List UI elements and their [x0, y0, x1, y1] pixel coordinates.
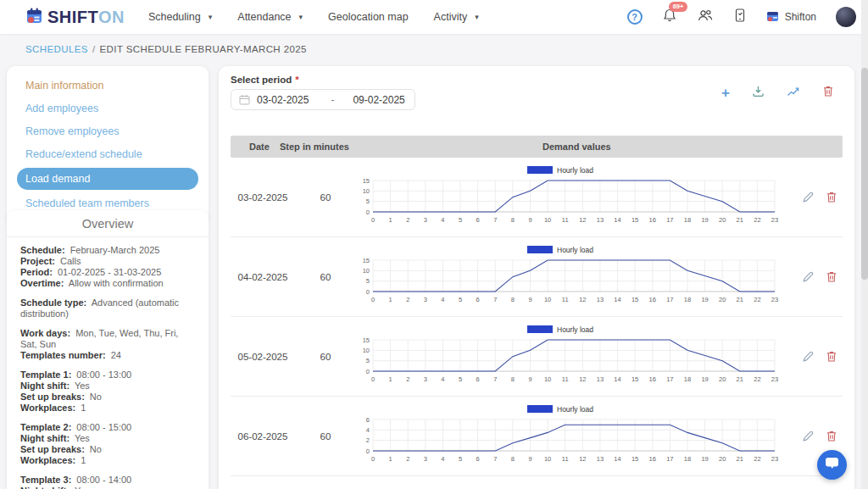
svg-text:16: 16 [649, 296, 656, 303]
row-actions [780, 350, 843, 363]
select-period-label: Select period* [231, 75, 299, 85]
svg-text:19: 19 [701, 216, 708, 224]
svg-text:0: 0 [366, 287, 370, 295]
svg-text:5: 5 [459, 216, 462, 224]
nav-menu-attendance[interactable]: Attendance▾ [237, 11, 303, 23]
overview-group: Template 1: 08:00 - 13:00Night shift: Ye… [20, 370, 195, 414]
period-to-value[interactable]: 09-02-2025 [353, 94, 404, 106]
trash-icon [826, 270, 837, 283]
chat-bubble-icon [825, 457, 839, 473]
chat-widget-button[interactable] [817, 450, 847, 480]
svg-text:4: 4 [366, 425, 370, 433]
svg-text:10: 10 [363, 186, 370, 194]
chevron-down-icon: ▾ [209, 13, 213, 21]
svg-text:4: 4 [441, 216, 444, 224]
svg-text:1: 1 [389, 375, 392, 383]
svg-text:15: 15 [363, 336, 370, 343]
demand-row-03-02-2025: 03-02-202560Hourly load05101501234567891… [231, 158, 843, 237]
forecast-button[interactable] [787, 86, 800, 101]
trend-chart-icon [787, 86, 800, 101]
svg-text:13: 13 [597, 375, 604, 383]
svg-text:22: 22 [754, 455, 760, 463]
svg-text:12: 12 [579, 455, 586, 463]
logo-wordmark: SHIFTON [47, 8, 125, 27]
sidebar-item-load-demand[interactable]: Load demand [17, 168, 198, 190]
user-avatar[interactable] [836, 7, 856, 27]
row-chart-cell: Hourly load05101501234567891011121314151… [356, 243, 780, 311]
svg-text:15: 15 [632, 455, 638, 463]
nav-menu-scheduling[interactable]: Scheduling▾ [148, 11, 212, 23]
svg-text:8: 8 [511, 216, 515, 224]
overview-line: Night shift: Yes [20, 433, 195, 444]
delete-row-button[interactable] [826, 191, 837, 203]
company-selector[interactable]: Shifton [766, 9, 816, 25]
notification-badge: 69+ [669, 2, 688, 12]
period-date-range-input[interactable]: 03-02-2025 - 09-02-2025 [231, 89, 415, 110]
svg-text:0: 0 [371, 216, 375, 224]
svg-text:18: 18 [684, 375, 691, 383]
breadcrumb-schedules-link[interactable]: SCHEDULES [25, 44, 88, 54]
trash-icon [822, 85, 834, 101]
svg-text:4: 4 [441, 375, 444, 383]
edit-row-button[interactable] [802, 350, 815, 363]
svg-text:0: 0 [366, 208, 370, 215]
nav-menu-activity[interactable]: Activity▾ [434, 11, 479, 23]
svg-text:9: 9 [528, 296, 531, 303]
add-demand-button[interactable]: + [721, 87, 730, 99]
svg-text:7: 7 [493, 296, 497, 303]
svg-text:10: 10 [544, 296, 551, 303]
sidebar-item-main-information[interactable]: Main information [7, 75, 209, 97]
sidebar-item-reduce-extend-schedule[interactable]: Reduce/extend schedule [7, 143, 209, 165]
svg-text:12: 12 [579, 375, 586, 383]
nav-menu-label: Attendance [237, 11, 291, 23]
svg-text:11: 11 [562, 455, 569, 463]
svg-text:21: 21 [737, 455, 743, 463]
mobile-app-button[interactable] [733, 8, 747, 26]
delete-demand-button[interactable] [822, 85, 834, 101]
demand-table-body: 03-02-202560Hourly load05101501234567891… [231, 158, 843, 489]
pencil-icon [802, 430, 815, 442]
svg-text:22: 22 [754, 216, 760, 224]
period-from-value[interactable]: 03-02-2025 [257, 94, 309, 106]
overview-group: Work days: Mon, Tue, Wed, Thu, Fri, Sat,… [20, 328, 195, 361]
svg-text:9: 9 [528, 455, 531, 463]
row-actions [780, 191, 843, 203]
employees-button[interactable] [697, 8, 714, 26]
svg-text:8: 8 [511, 455, 515, 463]
delete-row-button[interactable] [826, 350, 837, 363]
delete-row-button[interactable] [826, 270, 837, 283]
download-demand-button[interactable] [752, 85, 765, 101]
svg-text:13: 13 [597, 216, 604, 224]
svg-text:3: 3 [424, 296, 427, 303]
edit-row-button[interactable] [802, 191, 815, 203]
row-chart-cell: Hourly load05101501234567891011121314151… [356, 164, 780, 231]
scrollbar-thumb[interactable] [861, 68, 868, 280]
pencil-icon [802, 270, 815, 283]
demand-table-header: Date Step in minutes Demand values [231, 136, 843, 158]
shifton-logo[interactable]: SHIFTON [25, 7, 125, 28]
delete-row-button[interactable] [826, 430, 837, 442]
overview-line: Night shift: Yes [20, 486, 195, 489]
svg-text:23: 23 [771, 455, 778, 463]
edit-row-button[interactable] [802, 430, 815, 442]
svg-text:12: 12 [579, 296, 586, 303]
nav-menu-label: Activity [434, 11, 468, 23]
svg-text:16: 16 [649, 216, 656, 224]
svg-text:2: 2 [406, 455, 409, 463]
hourly-load-chart: Hourly load02460123456789101112131415161… [356, 403, 780, 467]
help-button[interactable]: ? [627, 9, 643, 25]
nav-menu-geolocation-map[interactable]: Geolocation map [328, 11, 409, 23]
row-date: 04-02-2025 [231, 272, 295, 282]
sidebar-item-remove-employees[interactable]: Remove employees [7, 120, 209, 142]
svg-text:2: 2 [406, 296, 409, 303]
svg-text:6: 6 [476, 296, 480, 303]
page-scrollbar[interactable] [861, 0, 868, 489]
svg-text:13: 13 [597, 455, 604, 463]
edit-row-button[interactable] [802, 270, 815, 283]
overview-line: Overtime: Allow with confirmation [20, 278, 195, 289]
legend-label: Hourly load [557, 405, 593, 414]
svg-text:18: 18 [684, 216, 691, 224]
sidebar-item-add-employees[interactable]: Add employees [7, 97, 209, 119]
overview-line: Template 2: 08:00 - 15:00 [20, 422, 195, 433]
notifications-button[interactable]: 69+ [662, 8, 677, 26]
